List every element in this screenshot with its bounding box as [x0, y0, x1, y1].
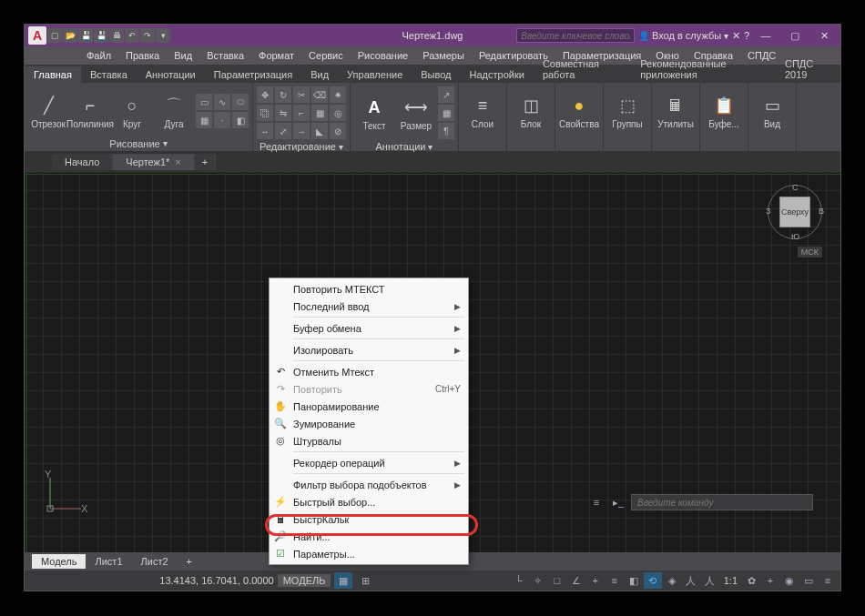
ctx-pan[interactable]: ✋Панорамирование [270, 398, 468, 415]
tab-annotate[interactable]: Аннотации [137, 66, 205, 83]
offset-icon[interactable]: ◎ [330, 105, 346, 121]
ctx-options[interactable]: ☑Параметры... [270, 545, 468, 562]
lineweight-icon[interactable]: ≡ [606, 572, 624, 589]
saveas-icon[interactable]: 💾 [94, 28, 108, 43]
undo-icon[interactable]: ↶ [125, 28, 139, 43]
tab-start[interactable]: Начало [52, 154, 113, 170]
open-icon[interactable]: 📂 [63, 28, 77, 43]
qat-more-icon[interactable]: ▾ [156, 28, 170, 43]
viewcube[interactable]: Сверху С Ю В З [768, 185, 822, 239]
close-button[interactable]: ✕ [811, 26, 837, 45]
ctx-repeat[interactable]: Повторить МТЕКСТ [270, 280, 468, 298]
erase-icon[interactable]: ⌫ [311, 86, 328, 103]
props-button[interactable]: ●Свойства [559, 86, 599, 136]
point-icon[interactable]: · [214, 112, 230, 128]
3dosnap-icon[interactable]: ◈ [663, 572, 681, 589]
layout-sheet1[interactable]: Лист1 [86, 554, 131, 569]
table-icon[interactable]: ▦ [438, 105, 454, 121]
array-icon[interactable]: ▦ [311, 105, 328, 121]
panel-modify-title[interactable]: Редактирование [260, 141, 336, 152]
move-icon[interactable]: ✥ [257, 86, 273, 103]
drawing-canvas[interactable]: YX Сверху С Ю В З МСК ≡ ▸_ Повторить МТЕ… [25, 172, 840, 552]
layers-button[interactable]: ≡Слои [463, 86, 503, 136]
dimension-button[interactable]: ⟷Размер [396, 88, 436, 137]
trim-icon[interactable]: ✂ [293, 86, 310, 103]
menu-format[interactable]: Формат [251, 48, 301, 63]
circle-button[interactable]: ○Круг [112, 86, 152, 136]
maximize-button[interactable]: ▢ [782, 26, 808, 45]
redo-icon[interactable]: ↷ [140, 28, 155, 43]
ctx-zoom[interactable]: 🔍Зумирование [270, 415, 468, 432]
region-icon[interactable]: ◧ [232, 112, 249, 128]
command-input[interactable] [631, 494, 813, 510]
tab-parametric[interactable]: Параметризация [205, 66, 301, 83]
panel-draw-title[interactable]: Рисование [109, 138, 159, 149]
scale-display[interactable]: 1:1 [720, 575, 741, 586]
line-button[interactable]: ╱Отрезок [28, 86, 68, 136]
otrack-icon[interactable]: ∠ [567, 572, 585, 589]
cycling-icon[interactable]: ⟲ [644, 572, 662, 589]
wcs-label[interactable]: МСК [798, 247, 822, 258]
isolate-icon[interactable]: + [761, 572, 779, 589]
polyline-button[interactable]: ⌐Полилиния [70, 86, 110, 136]
chamfer-icon[interactable]: ◣ [311, 123, 328, 139]
save-icon[interactable]: 💾 [78, 28, 93, 43]
osnap-icon[interactable]: □ [548, 572, 566, 589]
new-icon[interactable]: ▢ [47, 28, 62, 43]
ctx-subobject-filter[interactable]: Фильтр выбора подобъектов▶ [270, 476, 468, 493]
menu-file[interactable]: Файл [79, 48, 118, 63]
tab-manage[interactable]: Управление [338, 66, 412, 83]
ctx-find[interactable]: 🔎Найти... [270, 528, 468, 545]
utils-button[interactable]: 🖩Утилиты [656, 86, 696, 136]
exchange-icon[interactable]: ✕ [732, 30, 740, 42]
block-button[interactable]: ◫Блок [511, 86, 551, 136]
tab-home[interactable]: Главная [25, 66, 81, 83]
tab-drawing1[interactable]: Чертеж1*× [113, 154, 194, 170]
menu-tools[interactable]: Сервис [301, 48, 351, 63]
tab-output[interactable]: Вывод [412, 66, 460, 83]
rotate-icon[interactable]: ↻ [275, 86, 291, 103]
stretch-icon[interactable]: ↔ [257, 123, 273, 139]
ortho-icon[interactable]: └ [510, 572, 528, 589]
copy-icon[interactable]: ⿻ [257, 105, 273, 121]
text-button[interactable]: AТекст [354, 88, 394, 137]
ctx-quickcalc[interactable]: 🖩БыстрКальк [270, 510, 468, 528]
transparency-icon[interactable]: ◧ [625, 572, 643, 589]
app-logo[interactable]: A [28, 26, 46, 45]
hatch-icon[interactable]: ▦ [196, 112, 212, 128]
customize-icon[interactable]: ≡ [819, 572, 837, 589]
groups-button[interactable]: ⬚Группы [607, 86, 647, 136]
menu-draw[interactable]: Рисование [351, 48, 415, 63]
tab-spds[interactable]: СПДС 2019 [776, 56, 840, 83]
menu-dimension[interactable]: Размеры [415, 48, 472, 63]
tab-view[interactable]: Вид [301, 66, 338, 83]
dyn-icon[interactable]: + [586, 572, 605, 589]
mtext-icon[interactable]: ¶ [438, 123, 454, 139]
annoscale-icon[interactable]: 人 [682, 572, 700, 589]
leader-icon[interactable]: ↗ [438, 86, 454, 103]
annovisibility-icon[interactable]: 人 [701, 572, 719, 589]
ctx-quick-select[interactable]: ⚡Быстрый выбор... [270, 493, 468, 510]
explode-icon[interactable]: ✷ [330, 86, 346, 103]
ellipse-icon[interactable]: ⬭ [232, 94, 249, 110]
view-button[interactable]: ▭Вид [752, 86, 792, 136]
clipboard-button[interactable]: 📋Буфе... [704, 86, 744, 136]
workspace-icon[interactable]: ✿ [742, 572, 760, 589]
space-toggle[interactable]: МОДЕЛЬ [278, 574, 331, 587]
tab-featured[interactable]: Рекомендованные приложения [631, 56, 776, 83]
help-icon[interactable]: ? [744, 30, 749, 41]
cleanscreen-icon[interactable]: ▭ [799, 572, 818, 589]
ctx-undo[interactable]: ↶Отменить Мтекст [270, 363, 468, 380]
tab-collab[interactable]: Совместная работа [534, 56, 631, 83]
grid-toggle-icon[interactable]: ▦ [334, 572, 352, 589]
tab-addins[interactable]: Надстройки [461, 66, 534, 83]
hardware-icon[interactable]: ◉ [780, 572, 799, 589]
rect-icon[interactable]: ▭ [196, 94, 212, 110]
plot-icon[interactable]: 🖶 [109, 28, 124, 43]
ctx-clipboard[interactable]: Буфер обмена▶ [270, 319, 468, 337]
polar-icon[interactable]: ✧ [529, 572, 547, 589]
panel-annot-title[interactable]: Аннотации [376, 141, 426, 152]
layout-model[interactable]: Модель [32, 554, 86, 569]
menu-insert[interactable]: Вставка [199, 48, 251, 63]
fillet-icon[interactable]: ⌐ [293, 105, 310, 121]
